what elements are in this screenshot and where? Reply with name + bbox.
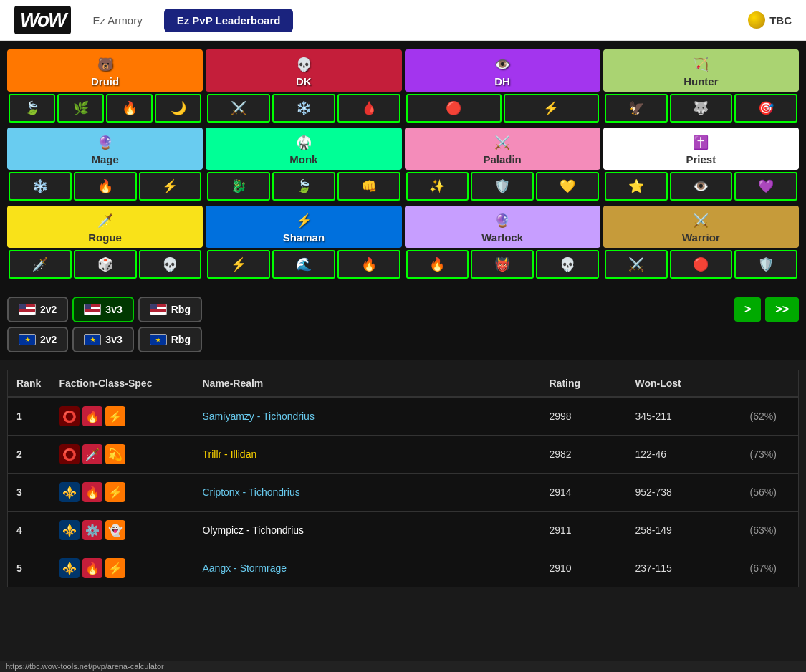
bracket-nav-last[interactable]: >> (765, 297, 799, 322)
spec-icon-5-1: ⚡ (105, 558, 125, 578)
spec-button-warlock-1[interactable]: 👹 (471, 250, 534, 279)
faction-icons-2: ⭕🗡️💫 (59, 444, 186, 464)
spec-button-dk-1[interactable]: ❄️ (272, 94, 335, 123)
pct-cell-5: (67%) (742, 549, 799, 587)
spec-button-paladin-2[interactable]: 💛 (536, 172, 599, 201)
spec-button-hunter-1[interactable]: 🐺 (670, 94, 733, 123)
wonlost-cell-1: 345-211 (627, 397, 742, 436)
spec-button-mage-2[interactable]: ⚡ (139, 172, 202, 201)
bracket-btn-usrbg[interactable]: Rbg (138, 297, 202, 322)
wonlost-cell-5: 237-115 (627, 549, 742, 587)
class-button-dh[interactable]: 👁️DH (405, 49, 600, 92)
name-cell-1[interactable]: Samiyamzy - Tichondrius (194, 397, 541, 436)
table-header-1: Faction-Class-Spec (51, 370, 194, 398)
bracket-label-us3v3: 3v3 (105, 304, 122, 315)
spec-button-monk-0[interactable]: 🐉 (207, 172, 270, 201)
spec-button-dh-1[interactable]: ⚡ (504, 94, 599, 123)
class-button-warlock[interactable]: 🔮Warlock (405, 206, 600, 248)
spec-icon-3-0: 🔥 (82, 482, 102, 502)
spec-button-mage-0[interactable]: ❄️ (9, 172, 72, 201)
class-grid-row: 🐻Druid🍃🌿🔥🌙💀DK⚔️❄️🩸👁️DH🔴⚡🏹Hunter🦅🐺🎯 (7, 49, 799, 125)
bracket-label-usrbg: Rbg (171, 304, 191, 315)
spec-button-paladin-0[interactable]: ✨ (406, 172, 469, 201)
class-button-shaman[interactable]: ⚡Shaman (206, 206, 401, 248)
table-row: 2⭕🗡️💫Trillr - Illidan2982122-46(73%) (8, 436, 799, 474)
spec-button-druid-0[interactable]: 🍃 (9, 94, 55, 123)
spec-button-mage-1[interactable]: 🔥 (74, 172, 137, 201)
nav-pvp-button[interactable]: Ez PvP Leaderboard (164, 9, 294, 32)
spec-row-hunter: 🦅🐺🎯 (603, 92, 799, 125)
spec-button-druid-2[interactable]: 🔥 (106, 94, 153, 123)
class-label-mage: Mage (91, 153, 118, 165)
spec-button-warlock-2[interactable]: 💀 (536, 250, 599, 279)
table-header-5 (742, 370, 799, 398)
bracket-btn-eu3v3[interactable]: ★3v3 (72, 327, 133, 352)
bracket-nav-arrows: >>> (734, 297, 799, 322)
faction-icon-3: ⚜️ (59, 482, 80, 502)
pct-cell-1: (62%) (742, 397, 799, 436)
name-cell-4[interactable]: Olympicz - Tichondrius (194, 512, 541, 549)
spec-button-shaman-2[interactable]: 🔥 (337, 250, 400, 279)
spec-button-dh-0[interactable]: 🔴 (406, 94, 502, 123)
spec-button-priest-1[interactable]: 👁️ (670, 172, 733, 201)
class-button-monk[interactable]: 🥋Monk (206, 128, 401, 170)
spec-icon-4-0: ⚙️ (82, 520, 102, 540)
class-label-monk: Monk (289, 153, 317, 165)
class-button-rogue[interactable]: 🗡️Rogue (7, 206, 203, 248)
bracket-label-eurbg: Rbg (171, 334, 191, 345)
class-button-warrior[interactable]: ⚔️Warrior (603, 206, 799, 248)
bracket-nav-next[interactable]: > (734, 297, 761, 322)
bracket-btn-us3v3[interactable]: 3v3 (72, 297, 133, 322)
class-button-hunter[interactable]: 🏹Hunter (603, 49, 799, 92)
bracket-btn-us2v2[interactable]: 2v2 (7, 297, 68, 322)
bracket-btn-eu2v2[interactable]: ★2v2 (7, 327, 68, 352)
spec-button-dk-0[interactable]: ⚔️ (207, 94, 270, 123)
class-button-priest[interactable]: ✝️Priest (603, 128, 799, 170)
spec-button-rogue-1[interactable]: 🎲 (74, 250, 137, 279)
class-button-dk[interactable]: 💀DK (206, 49, 401, 92)
spec-button-shaman-1[interactable]: 🌊 (272, 250, 335, 279)
spec-button-shaman-0[interactable]: ⚡ (207, 250, 270, 279)
spec-button-druid-3[interactable]: 🌙 (155, 94, 201, 123)
name-cell-2[interactable]: Trillr - Illidan (194, 436, 541, 474)
spec-button-priest-2[interactable]: 💜 (734, 172, 797, 201)
spec-row-mage: ❄️🔥⚡ (7, 170, 203, 203)
class-label-warrior: Warrior (682, 231, 720, 244)
class-button-mage[interactable]: 🔮Mage (7, 128, 203, 170)
class-cell-dk: 💀DK⚔️❄️🩸 (206, 49, 401, 125)
spec-button-warrior-1[interactable]: 🔴 (670, 250, 733, 279)
class-cell-monk: 🥋Monk🐉🍃👊 (206, 128, 401, 203)
class-icon-warrior: ⚔️ (693, 213, 709, 229)
spec-button-warrior-2[interactable]: 🛡️ (734, 250, 797, 279)
table-row: 3⚜️🔥⚡Criptonx - Tichondrius2914952-738(5… (8, 474, 799, 512)
flag-us-icon (19, 304, 36, 315)
us-bracket-row: 2v23v3Rbg>>> (7, 297, 799, 322)
pct-cell-3: (56%) (742, 474, 799, 512)
spec-button-hunter-2[interactable]: 🎯 (734, 94, 797, 123)
spec-button-monk-2[interactable]: 👊 (337, 172, 400, 201)
spec-button-paladin-1[interactable]: 🛡️ (471, 172, 534, 201)
wonlost-cell-4: 258-149 (627, 512, 742, 549)
spec-button-rogue-2[interactable]: 💀 (139, 250, 202, 279)
name-cell-5[interactable]: Aangx - Stormrage (194, 549, 541, 587)
spec-button-druid-1[interactable]: 🌿 (57, 94, 104, 123)
spec-button-hunter-0[interactable]: 🦅 (605, 94, 668, 123)
logo: WoW (14, 6, 71, 34)
spec-row-warrior: ⚔️🔴🛡️ (603, 248, 799, 281)
class-button-druid[interactable]: 🐻Druid (7, 49, 203, 92)
tbc-label: TBC (769, 14, 792, 27)
spec-button-dk-2[interactable]: 🩸 (337, 94, 400, 123)
spec-button-rogue-0[interactable]: 🗡️ (9, 250, 72, 279)
spec-button-monk-1[interactable]: 🍃 (272, 172, 335, 201)
faction-icons-5: ⚜️🔥⚡ (59, 558, 186, 578)
class-icon-monk: 🥋 (296, 135, 312, 150)
nav-armory[interactable]: Ez Armory (85, 10, 149, 31)
bracket-btn-eurbg[interactable]: ★Rbg (138, 327, 202, 352)
spec-button-priest-0[interactable]: ⭐ (605, 172, 668, 201)
spec-button-warlock-0[interactable]: 🔥 (406, 250, 469, 279)
faction-icons-4: ⚜️⚙️👻 (59, 520, 186, 540)
name-cell-3[interactable]: Criptonx - Tichondrius (194, 474, 541, 512)
spec-button-warrior-0[interactable]: ⚔️ (605, 250, 668, 279)
class-button-paladin[interactable]: ⚔️Paladin (405, 128, 600, 170)
leaderboard-table: RankFaction-Class-SpecName-RealmRatingWo… (7, 370, 799, 587)
